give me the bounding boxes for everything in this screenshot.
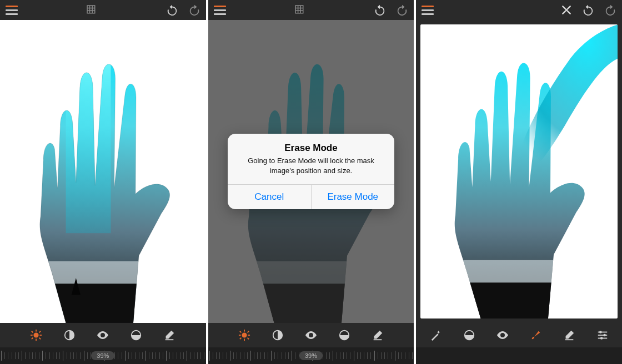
three-screenshot-row: 39% (0, 0, 622, 364)
svg-point-40 (599, 331, 602, 333)
svg-rect-6 (36, 330, 37, 332)
eraser-icon[interactable] (162, 328, 177, 342)
screen-edit: 39% (0, 0, 206, 364)
svg-rect-8 (31, 335, 33, 336)
svg-rect-1 (66, 54, 111, 234)
redo-icon[interactable] (188, 4, 200, 16)
menu-icon[interactable] (6, 6, 18, 15)
svg-rect-12 (32, 337, 34, 340)
undo-icon[interactable] (166, 4, 178, 16)
eraser-icon[interactable] (370, 328, 385, 342)
dialog-buttons: Cancel Erase Mode (228, 184, 394, 209)
redo-icon[interactable] (604, 4, 616, 16)
ruler-value: 39% (91, 351, 114, 360)
svg-rect-26 (247, 337, 249, 340)
undo-icon[interactable] (582, 4, 594, 16)
svg-rect-9 (40, 335, 42, 336)
top-toolbar (416, 0, 622, 20)
svg-point-5 (34, 332, 39, 337)
brush-icon[interactable] (529, 328, 543, 342)
redo-icon[interactable] (396, 4, 408, 16)
ruler-value: 39% (299, 351, 323, 360)
dialog-title: Erase Mode (237, 143, 385, 154)
svg-rect-24 (248, 335, 250, 336)
svg-point-42 (600, 337, 603, 340)
undo-icon[interactable] (374, 4, 386, 16)
mask-icon[interactable] (462, 328, 476, 342)
eye-icon[interactable] (304, 328, 318, 342)
blend-icon[interactable] (337, 328, 352, 342)
svg-rect-31 (374, 339, 382, 340)
svg-rect-22 (244, 338, 245, 341)
eye-icon[interactable] (495, 328, 510, 342)
value-ruler[interactable]: 39% (0, 347, 206, 364)
image-canvas[interactable] (420, 24, 618, 318)
svg-rect-28 (247, 331, 249, 333)
svg-rect-16 (165, 339, 174, 340)
wand-icon[interactable] (429, 328, 443, 342)
bottom-toolbar (208, 323, 414, 347)
artwork (420, 24, 618, 318)
eye-icon[interactable] (96, 328, 110, 342)
confirm-erase-button[interactable]: Erase Mode (311, 185, 395, 209)
svg-rect-11 (39, 337, 41, 340)
svg-rect-21 (244, 330, 245, 332)
screen-erase-mode (416, 0, 622, 364)
svg-rect-27 (239, 337, 242, 340)
close-icon[interactable] (561, 4, 572, 16)
svg-rect-10 (32, 331, 34, 333)
bottom-toolbar (0, 323, 206, 347)
svg-point-20 (242, 332, 247, 337)
top-toolbar (208, 0, 414, 20)
brightness-icon[interactable] (237, 328, 252, 342)
erase-mode-dialog: Erase Mode Going to Erase Mode will lock… (228, 134, 394, 209)
value-ruler[interactable]: 39% (208, 347, 414, 364)
cancel-button[interactable]: Cancel (228, 185, 311, 209)
svg-rect-34 (420, 282, 618, 318)
contrast-icon[interactable] (62, 328, 77, 342)
menu-icon[interactable] (422, 6, 434, 15)
top-toolbar (0, 0, 206, 20)
svg-rect-7 (36, 338, 37, 341)
sliders-icon[interactable] (595, 328, 610, 342)
svg-rect-25 (239, 331, 242, 333)
bottom-toolbar (416, 323, 622, 347)
brightness-icon[interactable] (29, 328, 43, 342)
svg-rect-36 (565, 339, 573, 340)
bottom-spacer (416, 347, 622, 364)
svg-rect-13 (39, 331, 41, 333)
svg-rect-23 (239, 335, 241, 336)
svg-point-41 (603, 334, 606, 337)
contrast-icon[interactable] (270, 328, 285, 342)
svg-rect-3 (0, 284, 206, 323)
dialog-message: Going to Erase Mode will lock the mask i… (239, 156, 383, 175)
blend-icon[interactable] (129, 328, 143, 342)
menu-icon[interactable] (214, 6, 226, 15)
grid-icon[interactable] (294, 4, 306, 16)
screen-dialog: 39% Erase Mode Going to Erase Mode will … (208, 0, 414, 364)
artwork (0, 20, 206, 323)
grid-icon[interactable] (86, 4, 98, 16)
image-canvas[interactable] (0, 20, 206, 323)
eraser-icon[interactable] (562, 328, 576, 342)
modal-overlay: Erase Mode Going to Erase Mode will lock… (208, 20, 414, 323)
